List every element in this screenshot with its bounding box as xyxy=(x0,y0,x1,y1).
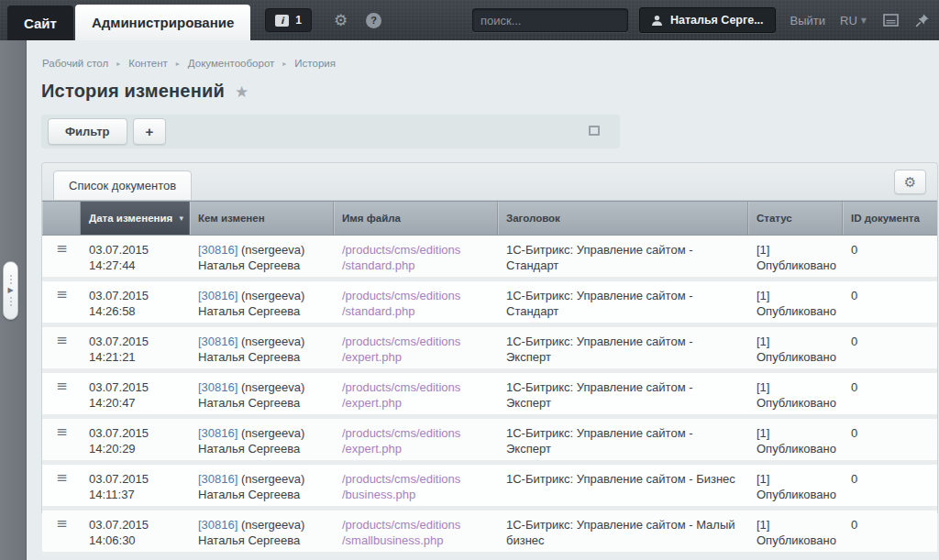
table-row: ≡ 03.07.2015 14:26:58 [30816] (nsergeeva… xyxy=(42,281,937,327)
editor-id-link[interactable]: [30816] xyxy=(198,518,238,532)
table-row: ≡ 03.07.2015 14:20:29 [30816] (nsergeeva… xyxy=(42,419,937,465)
cell-date: 03.07.2015 14:20:29 xyxy=(81,419,190,460)
breadcrumb-item[interactable]: История xyxy=(294,58,336,69)
cell-doc-id: 0 xyxy=(843,511,937,552)
editor-id-link[interactable]: [30816] xyxy=(198,335,238,348)
column-header-docid[interactable]: ID документа xyxy=(843,202,937,235)
cell-status: [1] Опубликовано xyxy=(748,236,843,277)
search-input[interactable] xyxy=(481,14,642,27)
table-row: ≡ 03.07.2015 14:20:47 [30816] (nsergeeva… xyxy=(42,373,937,419)
row-menu-icon[interactable]: ≡ xyxy=(56,424,68,456)
column-header-editor[interactable]: Кем изменен xyxy=(190,202,334,235)
table-row: ≡ 03.07.2015 14:11:37 [30816] (nsergeeva… xyxy=(42,465,937,511)
cell-filename: /products/cms/editions /standard.php xyxy=(334,281,498,323)
cell-doc-id: 0 xyxy=(843,236,937,277)
file-path-link[interactable]: /products/cms/editions /standard.php xyxy=(342,242,491,273)
breadcrumb-separator-icon: ▸ xyxy=(116,60,120,68)
cell-filename: /products/cms/editions /expert.php xyxy=(334,327,498,368)
cell-date: 03.07.2015 14:21:21 xyxy=(81,327,190,368)
sort-desc-icon: ▾ xyxy=(179,213,183,225)
grid-settings-button[interactable]: ⚙ xyxy=(894,170,926,194)
row-menu-icon[interactable]: ≡ xyxy=(56,333,68,365)
column-header-status[interactable]: Статус xyxy=(748,202,843,235)
file-path-link[interactable]: /products/cms/editions /expert.php xyxy=(342,379,491,411)
add-filter-button[interactable]: + xyxy=(133,118,167,145)
cell-date: 03.07.2015 14:27:44 xyxy=(81,236,190,277)
cell-title: 1С-Битрикс: Управление сайтом - Эксперт xyxy=(498,373,748,414)
cell-editor: [30816] (nsergeeva) Наталья Сергеева xyxy=(190,511,334,552)
row-menu-icon[interactable]: ≡ xyxy=(56,516,68,548)
tab-administration[interactable]: Администрирование xyxy=(75,5,250,40)
cell-status: [1] Опубликовано xyxy=(748,327,843,368)
cell-editor: [30816] (nsergeeva) Наталья Сергеева xyxy=(190,281,334,323)
file-path-link[interactable]: /products/cms/editions /expert.php xyxy=(342,425,491,456)
editor-id-link[interactable]: [30816] xyxy=(198,472,238,486)
tab-document-list[interactable]: Список документов xyxy=(53,170,192,201)
column-header-filename[interactable]: Имя файла xyxy=(334,202,498,235)
column-header-date[interactable]: Дата изменения ▾ xyxy=(81,202,190,235)
cell-filename: /products/cms/editions /business.php xyxy=(334,465,498,506)
breadcrumb-item[interactable]: Документооборот xyxy=(188,58,274,69)
cell-status: [1] Опубликовано xyxy=(748,465,843,506)
logout-link[interactable]: Выйти xyxy=(790,14,826,27)
breadcrumb-item[interactable]: Рабочий стол xyxy=(42,58,108,69)
breadcrumb-separator-icon: ▸ xyxy=(282,60,286,68)
language-selector[interactable]: RU ▼ xyxy=(840,14,867,27)
cell-date: 03.07.2015 14:20:47 xyxy=(81,373,190,414)
editor-id-link[interactable]: [30816] xyxy=(198,426,238,440)
pin-icon[interactable] xyxy=(915,13,930,27)
user-icon xyxy=(651,15,663,27)
filter-button[interactable]: Фильтр xyxy=(48,118,127,145)
language-label: RU xyxy=(840,14,857,27)
tab-site[interactable]: Сайт xyxy=(7,5,73,40)
breadcrumb: Рабочий стол▸Контент▸Документооборот▸Ист… xyxy=(41,40,924,69)
editor-id-link[interactable]: [30816] xyxy=(198,289,238,302)
cell-doc-id: 0 xyxy=(843,465,937,506)
cell-editor: [30816] (nsergeeva) Наталья Сергеева xyxy=(190,465,334,506)
cell-date: 03.07.2015 14:06:30 xyxy=(81,511,190,552)
user-menu-button[interactable]: Наталья Серге... xyxy=(639,7,776,33)
column-header-title[interactable]: Заголовок xyxy=(498,202,748,235)
cell-doc-id: 0 xyxy=(843,373,937,414)
main-area: Рабочий стол▸Контент▸Документооборот▸Ист… xyxy=(27,40,939,560)
file-path-link[interactable]: /products/cms/editions /smallbusiness.ph… xyxy=(342,517,491,548)
favorite-star-icon[interactable]: ★ xyxy=(235,82,249,101)
column-header-rowmenu xyxy=(42,202,81,235)
notifications-button[interactable]: i 1 xyxy=(265,8,312,32)
file-path-link[interactable]: /products/cms/editions /business.php xyxy=(342,471,491,502)
cell-date: 03.07.2015 14:26:58 xyxy=(81,281,190,323)
column-header-label: Дата изменения xyxy=(89,213,172,225)
table-header: Дата изменения ▾ Кем изменен Имя файла З… xyxy=(42,201,937,236)
editor-id-link[interactable]: [30816] xyxy=(198,380,238,394)
row-menu-icon[interactable]: ≡ xyxy=(56,241,68,273)
expand-menu-handle[interactable]: ▶ xyxy=(3,261,18,320)
cell-editor: [30816] (nsergeeva) Наталья Сергеева xyxy=(190,373,334,414)
file-path-link[interactable]: /products/cms/editions /standard.php xyxy=(342,288,491,319)
file-path-link[interactable]: /products/cms/editions /expert.php xyxy=(342,334,491,365)
gear-icon: ⚙ xyxy=(904,174,916,191)
cell-filename: /products/cms/editions /expert.php xyxy=(334,373,498,414)
cell-status: [1] Опубликовано xyxy=(748,281,843,323)
top-bar: Сайт Администрирование i 1 ⚙ ? Наталья С… xyxy=(0,0,939,40)
page-title: История изменений xyxy=(41,81,225,102)
row-menu-icon[interactable]: ≡ xyxy=(56,287,68,319)
table-row: ≡ 03.07.2015 14:06:30 [30816] (nsergeeva… xyxy=(42,511,937,556)
help-icon[interactable]: ? xyxy=(366,13,381,28)
filter-options-icon[interactable] xyxy=(589,126,600,136)
breadcrumb-item[interactable]: Контент xyxy=(128,58,168,69)
table-row: ≡ 03.07.2015 14:21:21 [30816] (nsergeeva… xyxy=(42,327,937,373)
cell-doc-id: 0 xyxy=(843,281,937,323)
editor-id-link[interactable]: [30816] xyxy=(198,243,238,257)
row-menu-icon[interactable]: ≡ xyxy=(56,379,68,411)
cell-title: 1С-Битрикс: Управление сайтом - Стандарт xyxy=(498,236,748,277)
cell-status: [1] Опубликовано xyxy=(748,419,843,460)
filter-bar: Фильтр + xyxy=(41,115,620,148)
cell-title: 1С-Битрикс: Управление сайтом - Бизнес xyxy=(498,465,748,506)
cell-status: [1] Опубликовано xyxy=(748,373,843,414)
settings-gear-icon[interactable]: ⚙ xyxy=(334,13,348,28)
notification-icon: i xyxy=(275,15,289,27)
cell-editor: [30816] (nsergeeva) Наталья Сергеева xyxy=(190,327,334,368)
history-table: Дата изменения ▾ Кем изменен Имя файла З… xyxy=(42,201,937,556)
row-menu-icon[interactable]: ≡ xyxy=(56,470,68,502)
site-panel-icon[interactable] xyxy=(883,14,899,27)
